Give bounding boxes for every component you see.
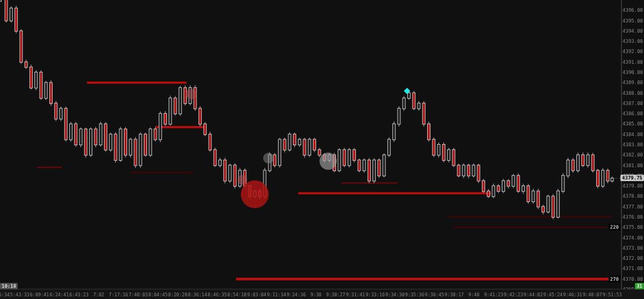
x-tick: 9:46:31	[563, 292, 582, 297]
x-axis: 5:26:345:43:336:09:416:24:416:43:237:027…	[0, 289, 644, 299]
x-tick: 7:40:03	[129, 292, 148, 297]
x-tick: 9:42:23	[504, 292, 523, 297]
time-badge: 10:18	[0, 283, 18, 289]
x-tick: 9:35:36	[405, 292, 425, 297]
x-tick: 8:46:35	[208, 292, 227, 297]
volume-label-220: 220	[609, 224, 620, 230]
x-tick: 8:20:28	[168, 292, 187, 297]
x-tick: 9:33:16	[365, 292, 385, 297]
x-tick: 7:02	[93, 292, 104, 297]
x-tick: 9:45:24	[543, 292, 562, 297]
x-tick: 9:30:27	[326, 292, 346, 297]
x-tick: 8:04:45	[148, 292, 167, 297]
x-tick: 6:24:41	[49, 292, 69, 297]
x-tick: 9:34:30	[385, 292, 405, 297]
x-tick: 5:43:33	[10, 292, 30, 297]
x-tick: 9:03:04	[247, 292, 266, 297]
x-tick: 8:36:14	[188, 292, 207, 297]
x-tick: 6:43:23	[69, 292, 89, 297]
x-tick: 8:54:18	[228, 292, 247, 297]
x-tick: 9:11:34	[267, 292, 286, 297]
x-tick: 9:41:23	[484, 292, 503, 297]
x-tick: 9:48:07	[583, 292, 602, 297]
x-tick: 9:51:53	[603, 292, 622, 297]
price-chart-canvas[interactable]	[0, 0, 644, 299]
x-tick: 9:24:36	[287, 292, 306, 297]
x-tick: 9:38:17	[444, 292, 464, 297]
x-tick: 6:09:41	[30, 292, 49, 297]
x-tick: 9:31:41	[346, 292, 365, 297]
volume-label-270: 270	[609, 276, 620, 282]
x-tick: 9:36:45	[425, 292, 444, 297]
x-tick: 5:26:34	[0, 292, 10, 297]
x-tick: 9:40	[469, 292, 479, 297]
x-tick: 7:17:16	[109, 292, 128, 297]
last-price-label: 4379.75	[620, 175, 644, 181]
x-tick: 9:30	[310, 292, 321, 297]
countdown-badge: 31	[635, 283, 644, 289]
x-tick: 9:44:02	[524, 292, 543, 297]
